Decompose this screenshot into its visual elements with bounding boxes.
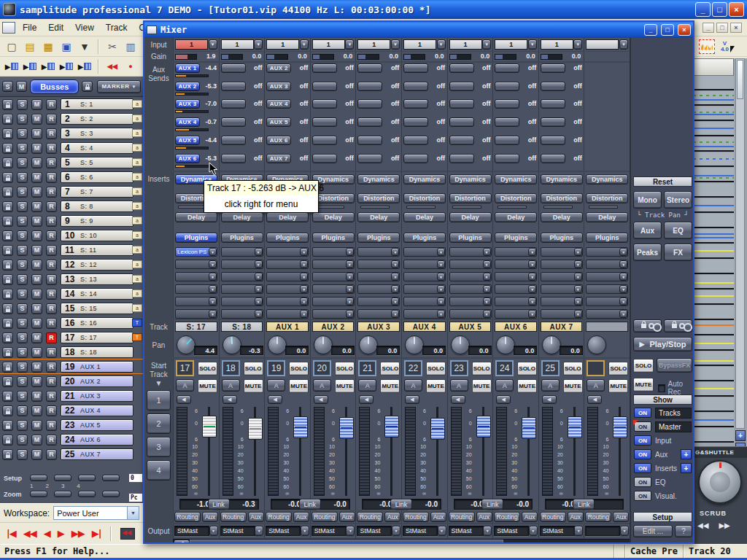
pan-knob[interactable]	[542, 335, 561, 354]
aux-send-slot[interactable]: off	[540, 135, 584, 152]
insert-distortion-button[interactable]: Distortion	[541, 193, 583, 203]
chevron-down-icon[interactable]: ▼	[483, 310, 491, 318]
insert-distortion-button[interactable]: Distortion	[449, 193, 492, 203]
aux-send-slot[interactable]: off	[494, 81, 538, 98]
insert-delay-button[interactable]: Delay	[495, 212, 537, 222]
zoom-in-button[interactable]: +	[735, 430, 746, 441]
lock-icon[interactable]	[2, 376, 13, 387]
busses-button[interactable]: Busses	[30, 79, 79, 94]
aux-send-slot[interactable]: AUX 5-4.4	[174, 135, 218, 152]
chevron-down-icon[interactable]: ▼	[437, 39, 446, 50]
track-name-box[interactable]: 3S: 3	[61, 128, 133, 139]
fader-track[interactable]	[247, 407, 263, 496]
chevron-down-icon[interactable]: ▼	[619, 298, 627, 306]
track-name-box[interactable]: 11S: 11	[61, 244, 133, 256]
aux-send-slot[interactable]: off	[220, 153, 264, 171]
solo-toggle[interactable]: S	[17, 420, 28, 431]
mute-button[interactable]: MUTE	[289, 379, 309, 393]
lock-icon[interactable]	[2, 420, 13, 431]
fader-handle[interactable]	[568, 416, 582, 438]
mono-button[interactable]: Mono	[633, 191, 662, 209]
insert-delay-button[interactable]: Delay	[586, 212, 628, 222]
chevron-down-icon[interactable]: ▼	[437, 285, 445, 293]
mute-button[interactable]: MUTE	[563, 379, 583, 393]
routing-button[interactable]: Routing	[266, 512, 292, 522]
aux-send-button[interactable]	[357, 99, 382, 109]
plugin-slot[interactable]: ▼	[357, 247, 400, 257]
track-name-box[interactable]: 22AUX 4	[61, 405, 133, 416]
new-document-icon[interactable]: ▢	[4, 39, 20, 55]
mute-button[interactable]: MUTE	[517, 379, 537, 393]
track-name-box[interactable]: 6S: 6	[61, 171, 133, 183]
chevron-down-icon[interactable]: ▼	[528, 39, 537, 50]
lock-icon[interactable]	[2, 318, 13, 329]
gain-slider[interactable]	[312, 54, 334, 60]
lock-icon[interactable]	[2, 230, 13, 241]
link-button[interactable]: Link	[481, 499, 503, 510]
aux-send-button[interactable]: AUX 3	[266, 82, 291, 91]
aux-send-button[interactable]	[495, 99, 519, 109]
plugin-slot[interactable]: ▼	[312, 309, 355, 319]
speaker-icon[interactable]: ◀	[359, 395, 374, 404]
aux-send-button[interactable]: AUX 4	[175, 117, 200, 127]
aux-send-slot[interactable]: off	[449, 63, 492, 80]
chevron-down-icon[interactable]: ▼	[255, 260, 263, 268]
chevron-down-icon[interactable]: ▼	[619, 39, 628, 50]
menu-edit[interactable]: Edit	[42, 20, 69, 35]
chevron-down-icon[interactable]: ▼	[300, 39, 309, 50]
track-name-box[interactable]: 25AUX 7	[61, 448, 133, 460]
solo-button[interactable]: SOLO	[244, 362, 263, 376]
aux-send-button[interactable]	[449, 99, 474, 109]
insert-plugins-button[interactable]: Plugins	[221, 233, 263, 243]
chevron-down-icon[interactable]: ▼	[300, 248, 308, 256]
all-mute-button[interactable]: M	[16, 81, 27, 92]
aux-send-slot[interactable]: off	[311, 117, 355, 134]
on-toggle[interactable]: ON	[634, 449, 651, 459]
plugin-slot[interactable]: ▼	[449, 260, 492, 269]
mute-toggle[interactable]: M	[31, 260, 42, 271]
chevron-down-icon[interactable]: ▼	[574, 273, 582, 281]
output-select[interactable]: StMast	[266, 526, 301, 536]
fader-track[interactable]	[567, 407, 583, 496]
aux-send-button[interactable]	[357, 63, 382, 73]
plugin-slot[interactable]: ▼	[449, 284, 492, 294]
aux-send-slot[interactable]: off	[311, 135, 355, 152]
mute-toggle[interactable]: M	[31, 128, 42, 139]
track-name-box[interactable]: 13S: 13	[61, 273, 133, 285]
mixer-titlebar[interactable]: Mixer _ □ ×	[144, 22, 693, 38]
record-toggle[interactable]: R	[46, 303, 57, 314]
pan-knob[interactable]	[587, 335, 606, 354]
aux-send-slot[interactable]: off	[220, 135, 264, 152]
chevron-down-icon[interactable]: ▼	[482, 39, 491, 50]
plugin-slot[interactable]: ▼	[403, 297, 446, 306]
mute-button[interactable]: MUTE	[335, 379, 355, 393]
gain-slider[interactable]	[403, 54, 425, 60]
mute-toggle[interactable]: M	[31, 274, 42, 285]
insert-delay-button[interactable]: Delay	[357, 212, 400, 222]
chevron-down-icon[interactable]: ▼	[437, 260, 445, 268]
aux-send-slot[interactable]: off	[540, 63, 584, 80]
chevron-down-icon[interactable]: ▼	[255, 526, 263, 536]
mute-toggle[interactable]: M	[31, 172, 42, 183]
record-toggle[interactable]: R	[46, 332, 57, 343]
mute-toggle[interactable]: M	[31, 158, 42, 168]
solo-toggle[interactable]: S	[17, 391, 28, 402]
aux-send-slot[interactable]: AUX 5off	[266, 117, 309, 134]
chevron-down-icon[interactable]: ▼	[391, 310, 399, 318]
aux-send-slot[interactable]: off	[449, 153, 492, 171]
solo-toggle[interactable]: S	[17, 114, 28, 125]
aux-send-button[interactable]	[541, 63, 565, 73]
insert-delay-button[interactable]: Delay	[175, 212, 217, 222]
mixer-minimize-button[interactable]: _	[644, 24, 657, 36]
aux-send-button[interactable]	[495, 117, 519, 127]
insert-plugins-button[interactable]: Plugins	[312, 233, 355, 243]
lock-icon[interactable]	[2, 435, 13, 446]
lock-link-icon[interactable]	[633, 319, 662, 332]
aux-send-button[interactable]	[312, 136, 337, 145]
pan-knob[interactable]	[496, 335, 515, 354]
mute-toggle[interactable]: M	[31, 99, 42, 110]
lock-icon[interactable]	[2, 172, 13, 183]
output-select[interactable]: StMast	[220, 526, 255, 536]
mute-toggle[interactable]: M	[31, 187, 42, 198]
scrollbar-thumb[interactable]	[190, 540, 503, 542]
